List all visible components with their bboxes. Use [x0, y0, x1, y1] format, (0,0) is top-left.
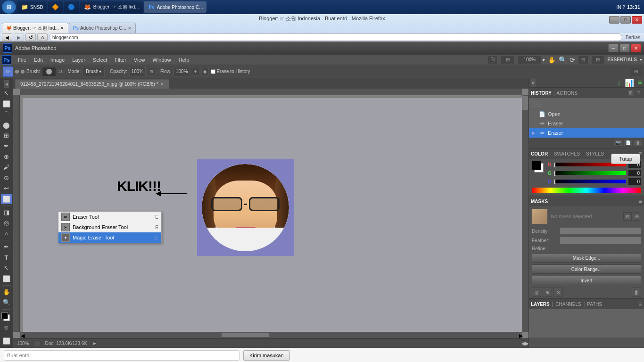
context-menu-bg-eraser[interactable]: ✂ Background Eraser Tool E	[58, 222, 161, 232]
tutup-button[interactable]: Tutup	[611, 154, 640, 164]
channels-tab[interactable]: CHANNELS	[555, 302, 581, 307]
eyedropper[interactable]: ✒	[1, 141, 12, 151]
rotate-icon[interactable]: ⟳	[570, 56, 575, 64]
hist-new-doc-btn[interactable]: 📄	[624, 139, 632, 147]
flow-value[interactable]: 100%	[173, 67, 190, 76]
history-open[interactable]: 📄 Open	[529, 109, 644, 119]
ff-tab-close[interactable]: ✕	[60, 26, 64, 31]
feather-input[interactable]	[560, 237, 641, 244]
ff-tab-ps[interactable]: Ps Adobe Photoshop C... ✕	[69, 23, 136, 33]
menu-select[interactable]: Select	[89, 56, 111, 64]
quick-mask[interactable]: ◎	[1, 322, 12, 332]
history-brush[interactable]: ↩	[1, 183, 12, 193]
pen-tool[interactable]: ✒	[1, 242, 12, 252]
erase-history-check[interactable]	[211, 69, 215, 74]
scroll-right-btn[interactable]: ▶	[519, 333, 521, 337]
ff-refresh-btn[interactable]: ↺	[25, 33, 36, 41]
menu-window[interactable]: Window	[149, 56, 175, 64]
density-input[interactable]	[560, 227, 641, 235]
gradient-tool[interactable]: ◨	[1, 207, 12, 217]
screen-mode[interactable]: ⬜	[1, 336, 12, 346]
text-tool[interactable]: T	[1, 252, 12, 262]
brush-tool[interactable]: 🖌	[1, 162, 12, 172]
zoom-tool-left[interactable]: 🔍	[1, 297, 12, 307]
hist-expand-btn[interactable]: ⊞	[627, 90, 634, 96]
g-thumb[interactable]	[554, 171, 555, 176]
kirim-masukan-btn[interactable]: Kirim masukan	[243, 350, 290, 361]
bridge-btn[interactable]: Br	[487, 56, 498, 64]
color-range-btn[interactable]: Color Range...	[532, 264, 641, 274]
marquee-tool[interactable]: ⬜	[1, 99, 12, 109]
color-spectrum[interactable]	[532, 187, 641, 194]
mask-icon-3[interactable]: ✕	[553, 288, 563, 297]
actions-tab[interactable]: ACTIONS	[557, 90, 578, 96]
fg-color[interactable]	[1, 313, 8, 319]
ff-home-btn[interactable]: ⌂	[37, 33, 48, 41]
clone-stamp[interactable]: ⊙	[1, 173, 12, 183]
mask-edge-btn[interactable]: Mask Edge...	[532, 253, 641, 263]
mask-icon-2[interactable]: ⊕	[543, 288, 552, 297]
hand-tool-icon[interactable]: ✋	[548, 56, 556, 64]
invert-btn[interactable]: Invert	[532, 276, 641, 285]
status-icon[interactable]: i	[34, 340, 41, 347]
scroll-thumb-bottom[interactable]	[222, 333, 269, 337]
panel-list-btn[interactable]: ≡	[638, 78, 642, 87]
taskbar-item-3[interactable]: 🔵	[64, 1, 79, 13]
menu-layer[interactable]: Layer	[68, 56, 89, 64]
taskbar-item-2[interactable]: 🔶	[48, 1, 63, 13]
hist-new-snap-btn[interactable]: 📷	[614, 139, 622, 147]
context-menu-magic-eraser[interactable]: ✦ Magic Eraser Tool E	[58, 232, 161, 243]
masks-menu-btn[interactable]: ≡	[639, 198, 642, 205]
quick-select[interactable]: ⬤	[1, 120, 12, 130]
mask-icon-trash[interactable]: 🗑	[632, 288, 641, 297]
b-slider[interactable]	[554, 179, 627, 184]
ff-close-btn[interactable]: ✕	[632, 16, 642, 24]
screen-btn[interactable]: ⊞	[591, 56, 604, 64]
ps-minimize-btn[interactable]: ─	[608, 44, 619, 52]
history-eraser2[interactable]: ▶ ✏ Eraser	[529, 128, 644, 138]
brush-picker[interactable]	[42, 67, 56, 76]
taskbar-item-photoshop[interactable]: Ps Adobe Photoshop C...	[144, 1, 207, 13]
move-tool[interactable]: ↖	[1, 88, 12, 98]
blur-tool[interactable]: ◎	[1, 218, 12, 228]
ff-forward-btn[interactable]: ▶	[14, 33, 24, 41]
menu-edit[interactable]: Edit	[30, 56, 47, 64]
swatches-tab[interactable]: SWATCHES	[554, 151, 580, 156]
mode-select[interactable]: Brush ▾	[83, 67, 105, 76]
styles-tab[interactable]: STYLES	[586, 151, 604, 156]
g-slider[interactable]	[554, 171, 627, 175]
ps-close-btn[interactable]: ✕	[631, 44, 641, 52]
ff-back-btn[interactable]: ◀	[2, 33, 12, 41]
erase-history-label[interactable]: Erase to History	[211, 69, 250, 74]
scroll-thumb-right[interactable]	[522, 96, 528, 110]
context-menu-eraser[interactable]: ✏ Eraser Tool E	[58, 212, 161, 222]
color-tab[interactable]: COLOR	[531, 151, 548, 156]
add-pixel-mask-btn[interactable]: ⊟	[623, 212, 632, 221]
tools-collapse[interactable]: ◀	[4, 80, 9, 88]
ff-tab-blogger[interactable]: 🦊 Blogger: ☞ 소원 Ind... ✕	[2, 23, 68, 33]
layers-menu-btn[interactable]: ≡	[639, 301, 642, 307]
crop-tool[interactable]: ⊞	[1, 131, 12, 140]
taskbar-item-snsd[interactable]: 📁 SNSD	[17, 1, 47, 13]
workspace-btn[interactable]: ⊞	[501, 56, 515, 64]
menu-filter[interactable]: Filter	[111, 56, 130, 64]
panel-collapse-btn[interactable]: ▶	[531, 79, 536, 87]
scroll-track-bottom[interactable]	[24, 333, 518, 337]
b-thumb[interactable]	[554, 180, 555, 184]
scrollbar-bottom[interactable]: ◀ ▶	[20, 332, 522, 338]
zoom-control[interactable]: 100% ▾	[518, 56, 545, 64]
panel-down-btn[interactable]: ↓	[617, 78, 621, 87]
layers-tab[interactable]: LAYERS	[531, 302, 550, 307]
ff-address-bar[interactable]: blogger.com	[49, 33, 622, 41]
fg-swatch[interactable]	[532, 161, 541, 170]
ff-tab-ps-close[interactable]: ✕	[128, 26, 132, 31]
g-input[interactable]	[628, 169, 641, 177]
hand-tool[interactable]: ✋	[1, 287, 12, 297]
airbrush-icon[interactable]: ◉	[201, 68, 209, 75]
ff-maximize-btn[interactable]: □	[620, 16, 631, 24]
zoom-tool-icon[interactable]: 🔍	[559, 56, 567, 64]
hist-menu-btn[interactable]: ≡	[636, 90, 642, 96]
panel-chart-btn[interactable]: 📊	[625, 78, 634, 87]
blog-post-input[interactable]	[4, 350, 239, 361]
menu-image[interactable]: Image	[47, 56, 69, 64]
